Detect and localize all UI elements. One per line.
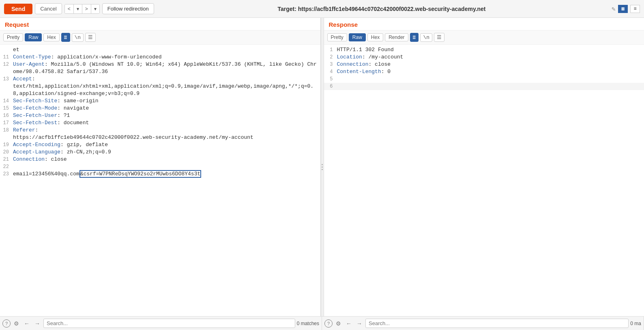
table-row: 13 Accept: text/html,application/xhtml+x… (0, 75, 320, 97)
help-icon-left[interactable]: ? (2, 319, 11, 328)
request-search-bar: ? ⚙ ← → 0 matches (0, 317, 322, 330)
request-code-area[interactable]: et 11 Content-Type: application/x-www-fo… (0, 45, 320, 316)
nav-back-button[interactable]: < (65, 4, 74, 13)
search-fwd-right[interactable]: → (355, 319, 364, 328)
response-hex-btn[interactable]: Hex (367, 33, 383, 41)
divider-handle (322, 164, 323, 170)
response-menu-icon[interactable]: ☰ (434, 33, 444, 42)
panel-divider[interactable] (321, 18, 324, 316)
table-row: 18 Referer: https://acfb1ffc1eb49644c070… (0, 127, 320, 141)
cancel-button[interactable]: Cancel (35, 3, 62, 14)
request-header: Request (0, 18, 320, 30)
request-search-input[interactable] (43, 319, 295, 328)
nav-fwd-button[interactable]: > (82, 4, 91, 13)
table-row: 1 HTTP/1.1 302 Found (324, 46, 644, 54)
table-row: 14 Sec-Fetch-Site: same-origin (0, 97, 320, 105)
search-fwd-left[interactable]: → (33, 319, 42, 328)
table-row: 21 Connection: close (0, 156, 320, 163)
request-search-matches: 0 matches (297, 321, 319, 326)
csrf-highlight: &csrf=W7PNReDsqYWO92so2rMUwbs6DO8Y4s3t (79, 170, 201, 178)
table-row: 17 Sec-Fetch-Dest: document (0, 119, 320, 127)
table-row: 11 Content-Type: application/x-www-form-… (0, 54, 320, 61)
target-url-display: Target: https://acfb1ffc1eb49644c0702c42… (157, 6, 607, 12)
table-row: 15 Sec-Fetch-Mode: navigate (0, 105, 320, 112)
nav-fwd-down-button[interactable]: ▾ (91, 4, 99, 13)
response-search-input[interactable] (365, 319, 629, 328)
table-row: 16 Sec-Fetch-User: ?1 (0, 112, 320, 119)
response-panel: Response Pretty Raw Hex Render ≣ \n ☰ 1 … (324, 18, 644, 316)
grid-view-icon[interactable]: ▦ (618, 5, 628, 13)
table-row: 23 email=123456%40qq.com&csrf=W7PNReDsqY… (0, 170, 320, 178)
response-search-matches: 0 ma (630, 321, 641, 326)
target-prefix: Target: (277, 6, 298, 12)
nav-back-down-button[interactable]: ▾ (74, 4, 82, 13)
view-mode-icons: ▦ ≡ (618, 5, 640, 13)
request-format-bar: Pretty Raw Hex ≣ \n ☰ (0, 30, 320, 45)
table-row: 22 (0, 163, 320, 170)
table-row: 12 User-Agent: Mozilla/5.0 (Windows NT 1… (0, 61, 320, 75)
table-row: et (0, 46, 320, 54)
toolbar: Send Cancel < ▾ > ▾ Follow redirection T… (0, 0, 644, 18)
response-title: Response (329, 21, 358, 28)
request-newline-icon[interactable]: \n (72, 33, 84, 42)
request-pretty-btn[interactable]: Pretty (3, 33, 23, 41)
response-special-icon[interactable]: ≣ (410, 33, 419, 42)
request-panel: Request Pretty Raw Hex ≣ \n ☰ et 11 Cont… (0, 18, 321, 316)
list-view-icon[interactable]: ≡ (630, 5, 640, 13)
response-format-bar: Pretty Raw Hex Render ≣ \n ☰ (324, 30, 644, 45)
response-pretty-btn[interactable]: Pretty (327, 33, 347, 41)
request-raw-btn[interactable]: Raw (25, 33, 42, 41)
table-row: 20 Accept-Language: zh-CN,zh;q=0.9 (0, 149, 320, 156)
response-render-btn[interactable]: Render (385, 33, 408, 41)
request-menu-icon[interactable]: ☰ (85, 33, 96, 42)
edit-target-icon[interactable]: ✎ (612, 5, 616, 13)
main-panels: Request Pretty Raw Hex ≣ \n ☰ et 11 Cont… (0, 18, 644, 316)
table-row: 19 Accept-Encoding: gzip, deflate (0, 141, 320, 149)
help-icon-right[interactable]: ? (324, 319, 333, 328)
follow-redirection-button[interactable]: Follow redirection (102, 3, 154, 14)
response-raw-btn[interactable]: Raw (349, 33, 366, 41)
table-row: 5 (324, 75, 644, 83)
request-special-icon[interactable]: ≣ (61, 33, 70, 42)
table-row: 4 Content-Length: 0 (324, 68, 644, 75)
request-title: Request (5, 21, 29, 28)
table-row: 6 (324, 83, 644, 90)
request-hex-btn[interactable]: Hex (43, 33, 59, 41)
target-url-value: https://acfb1ffc1eb49644c0702c42000f0022… (298, 6, 486, 12)
settings-icon-right[interactable]: ⚙ (334, 319, 343, 328)
bottom-bars: ? ⚙ ← → 0 matches ? ⚙ ← → 0 ma (0, 316, 644, 330)
response-search-bar: ? ⚙ ← → 0 ma (322, 317, 644, 330)
response-newline-icon[interactable]: \n (420, 33, 432, 42)
search-back-right[interactable]: ← (344, 319, 353, 328)
response-code-area[interactable]: 1 HTTP/1.1 302 Found 2 Location: /my-acc… (324, 45, 644, 316)
table-row: 3 Connection: close (324, 61, 644, 68)
response-header: Response (324, 18, 644, 30)
settings-icon-left[interactable]: ⚙ (12, 319, 21, 328)
table-row: 2 Location: /my-account (324, 54, 644, 61)
send-button[interactable]: Send (4, 4, 32, 14)
nav-button-group: < ▾ > ▾ (64, 4, 100, 14)
search-back-left[interactable]: ← (22, 319, 31, 328)
